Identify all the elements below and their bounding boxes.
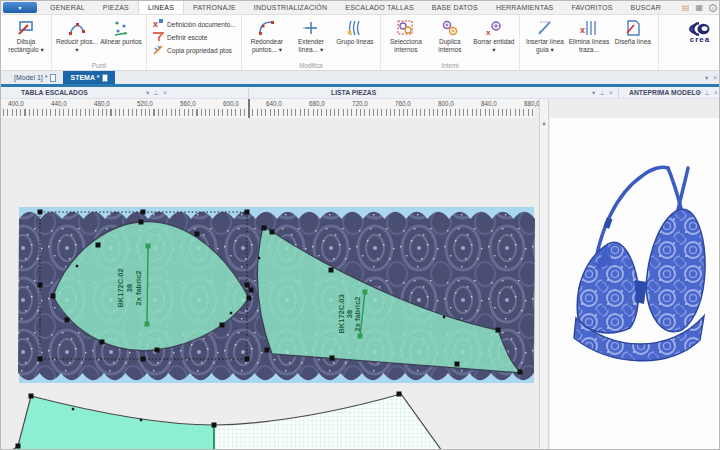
align-points-icon	[111, 18, 131, 38]
menu-item-herramientas[interactable]: HERRAMIENTAS	[487, 1, 563, 14]
menu-item-industrializaci-n[interactable]: INDUSTRIALIZACIÓN	[245, 1, 336, 14]
ribbon-button-dibuja-rect-ngulo[interactable]: Dibuja rectángulo ▾	[4, 17, 48, 53]
ribbon-button-elimina-l-neas-traza[interactable]: xElimina líneas traza...	[567, 17, 611, 53]
selection-handle[interactable]	[247, 296, 252, 301]
menu-item-escalado-tallas[interactable]: ESCALADO TALLAS	[336, 1, 423, 14]
close-document-icon[interactable]: ×	[713, 74, 717, 82]
ribbon-group-0: Dibuja rectángulo ▾	[1, 15, 52, 70]
curve-point[interactable]	[76, 265, 78, 267]
selection-handle[interactable]	[141, 210, 146, 215]
selection-handle[interactable]	[249, 288, 254, 293]
ribbon-button-redondear-puntos[interactable]: Redondear puntos... ▾	[245, 17, 289, 53]
ribbon-button-extender-l-nea[interactable]: Extender línea... ▾	[289, 17, 333, 53]
info-icon[interactable]: i	[709, 4, 717, 12]
ribbon-group-interni: Selecciona internosDuplica internosxBorr…	[381, 15, 520, 70]
page-icon	[102, 74, 108, 82]
curve-point[interactable]	[140, 419, 142, 421]
selection-handle[interactable]	[496, 328, 501, 333]
ruler-label: 840,0	[481, 100, 497, 107]
document-tab-stema[interactable]: STEMA *	[63, 71, 115, 84]
selection-handle[interactable]	[265, 348, 270, 353]
selection-handle[interactable]	[155, 348, 160, 353]
ribbon-group-label: Punti	[52, 62, 146, 69]
ribbon-button-borrar-entidad[interactable]: xBorrar entidad ▾	[472, 17, 516, 53]
ruler-label: 640,0	[266, 100, 282, 107]
pattern-piece-bottom[interactable]	[11, 394, 442, 450]
ruler-label: 440,0	[51, 100, 67, 107]
dropdown-icon[interactable]: ▾	[146, 89, 149, 97]
ribbon-button-selecciona-internos[interactable]: Selecciona internos	[384, 17, 428, 53]
selection-handle[interactable]	[195, 232, 200, 237]
selection-handle[interactable]	[38, 210, 43, 215]
bra-preview-image	[550, 118, 720, 450]
selection-handle[interactable]	[29, 394, 34, 399]
dropdown-icon[interactable]: ▾	[592, 89, 595, 97]
curve-point[interactable]	[72, 408, 74, 410]
close-icon[interactable]: ×	[163, 89, 167, 97]
menu-item-base-datos[interactable]: BASE DATOS	[423, 1, 487, 14]
menu-item-lineas[interactable]: LINEAS	[138, 1, 184, 14]
document-tab-model-1[interactable]: [Model 1] *	[7, 71, 63, 84]
selection-handle[interactable]	[270, 230, 275, 235]
pin-icon[interactable]: ⊥	[153, 89, 159, 97]
chevron-down-icon: ▾	[18, 4, 21, 11]
selection-handle[interactable]	[397, 392, 402, 397]
selection-handle[interactable]	[329, 268, 334, 273]
menu-item-favoritos[interactable]: FAVORITOS	[562, 1, 621, 14]
selection-handle[interactable]	[212, 423, 217, 428]
selection-handle[interactable]	[245, 357, 250, 362]
copy-props-icon	[152, 41, 164, 59]
panel-title-anteprima-modelo: ANTEPRIMA MODELO	[629, 89, 701, 96]
app-menu-button[interactable]: ▾	[3, 2, 37, 13]
curve-point[interactable]	[443, 316, 445, 318]
menu-item-buscar[interactable]: BUSCAR	[622, 1, 670, 14]
close-icon[interactable]: ×	[714, 89, 718, 97]
selection-handle[interactable]	[262, 226, 267, 231]
selection-handle[interactable]	[16, 444, 21, 449]
menu-item-general[interactable]: GENERAL	[41, 1, 94, 14]
keyboard-grid-icon[interactable]: ▦	[695, 4, 703, 12]
collapse-ribbon-icon[interactable]: ▾	[705, 74, 708, 82]
menu-item-patronaje[interactable]: PATRONAJE	[184, 1, 245, 14]
close-icon[interactable]: ×	[609, 89, 613, 97]
selection-handle[interactable]	[245, 283, 250, 288]
ribbon-button-reducir-ptos[interactable]: Reducir ptos... ▾	[55, 17, 99, 53]
curve-point[interactable]	[258, 257, 260, 259]
selection-handle[interactable]	[65, 318, 70, 323]
ribbon-button-dise-a-l-nea[interactable]: Diseña línea	[611, 17, 655, 46]
selection-handle[interactable]	[245, 210, 250, 215]
canvas-vertical-scrollbar[interactable]: ▲	[539, 99, 549, 450]
ruler-label: 600,0	[223, 100, 239, 107]
selection-handle[interactable]	[38, 357, 43, 362]
selection-handle[interactable]	[141, 357, 146, 362]
theme-icon[interactable]: ▤	[682, 4, 690, 12]
selection-handle[interactable]	[51, 294, 56, 299]
selection-handle[interactable]	[139, 220, 144, 225]
ribbon-button-copia-propriedad-ptos[interactable]: Copia propriedad ptos	[150, 44, 234, 56]
ribbon-button-insertar-l-nea-gu-a[interactable]: Insertar línea guía ▾	[523, 17, 567, 53]
panel-title-tabla-escalados: TABLA ESCALADOS	[21, 89, 88, 96]
selection-handle[interactable]	[518, 370, 523, 375]
ribbon-button-grupo-l-neas[interactable]: ★Grupo líneas	[333, 17, 377, 46]
ruler-label: 800,0	[438, 100, 454, 107]
pattern-canvas[interactable]: BK172C.02 38 2x fabric2 BK172C.03 38 2x …	[1, 118, 539, 450]
selection-handle[interactable]	[220, 323, 225, 328]
selection-handle[interactable]	[96, 243, 101, 248]
pin-icon[interactable]: ⊥	[704, 89, 710, 97]
ribbon-button-duplica-internos[interactable]: Duplica internos	[428, 17, 472, 53]
pin-icon[interactable]: ⊥	[599, 89, 605, 97]
selection-handle[interactable]	[38, 283, 43, 288]
scroll-up-arrow-icon[interactable]: ▲	[540, 118, 548, 129]
selection-handle[interactable]	[455, 362, 460, 367]
selection-handle[interactable]	[330, 356, 335, 361]
duplicate-internal-icon	[440, 18, 460, 38]
curve-point[interactable]	[230, 312, 232, 314]
dropdown-icon[interactable]: ▾	[697, 89, 700, 97]
piece2-quantity-label: 2x fabric2	[353, 296, 362, 331]
piece1-name-label: BK172C.02	[116, 268, 125, 307]
menu-item-piezas[interactable]: PIEZAS	[94, 1, 138, 14]
svg-text:x: x	[580, 25, 585, 35]
selection-handle[interactable]	[100, 340, 105, 345]
ribbon-button-alinear-puntos[interactable]: Alinear puntos	[99, 17, 143, 46]
ruler-ticks	[3, 109, 533, 116]
